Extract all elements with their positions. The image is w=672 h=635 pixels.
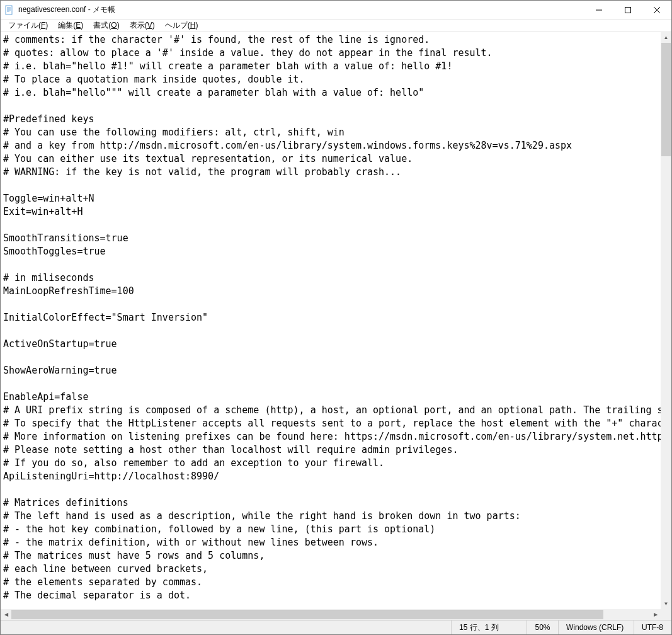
menu-edit[interactable]: 編集(E) bbox=[53, 19, 88, 32]
status-position: 15 行、1 列 bbox=[451, 621, 527, 634]
scroll-down-arrow-icon[interactable]: ▼ bbox=[661, 598, 671, 609]
menu-format[interactable]: 書式(O) bbox=[88, 19, 124, 32]
content-area: # comments: if the character '#' is foun… bbox=[1, 32, 671, 620]
window-title: negativescreen.conf - メモ帳 bbox=[18, 4, 584, 15]
menu-view[interactable]: 表示(V) bbox=[125, 19, 160, 32]
vertical-scroll-thumb[interactable] bbox=[661, 43, 671, 156]
titlebar: negativescreen.conf - メモ帳 bbox=[1, 1, 671, 20]
scroll-right-arrow-icon[interactable]: ▶ bbox=[650, 609, 661, 620]
scroll-up-arrow-icon[interactable]: ▲ bbox=[661, 32, 671, 43]
vertical-scrollbar[interactable]: ▲ ▼ bbox=[661, 32, 671, 609]
window-controls bbox=[584, 1, 671, 19]
status-encoding: UTF-8 bbox=[634, 621, 671, 634]
text-editor[interactable]: # comments: if the character '#' is foun… bbox=[1, 32, 671, 620]
app-icon bbox=[4, 5, 14, 15]
statusbar: 15 行、1 列 50% Windows (CRLF) UTF-8 bbox=[1, 620, 671, 634]
maximize-button[interactable] bbox=[613, 1, 642, 20]
menu-file[interactable]: ファイル(F) bbox=[3, 19, 53, 32]
status-zoom: 50% bbox=[527, 621, 558, 634]
menubar: ファイル(F) 編集(E) 書式(O) 表示(V) ヘルプ(H) bbox=[1, 20, 671, 32]
scroll-corner bbox=[661, 609, 671, 620]
horizontal-scrollbar[interactable]: ◀ ▶ bbox=[1, 609, 661, 620]
status-line-ending: Windows (CRLF) bbox=[558, 621, 634, 634]
svg-rect-6 bbox=[625, 8, 631, 13]
scroll-left-arrow-icon[interactable]: ◀ bbox=[1, 609, 11, 620]
close-button[interactable] bbox=[642, 1, 671, 20]
menu-help[interactable]: ヘルプ(H) bbox=[160, 19, 203, 32]
horizontal-scroll-thumb[interactable] bbox=[11, 610, 603, 619]
minimize-button[interactable] bbox=[584, 1, 613, 20]
